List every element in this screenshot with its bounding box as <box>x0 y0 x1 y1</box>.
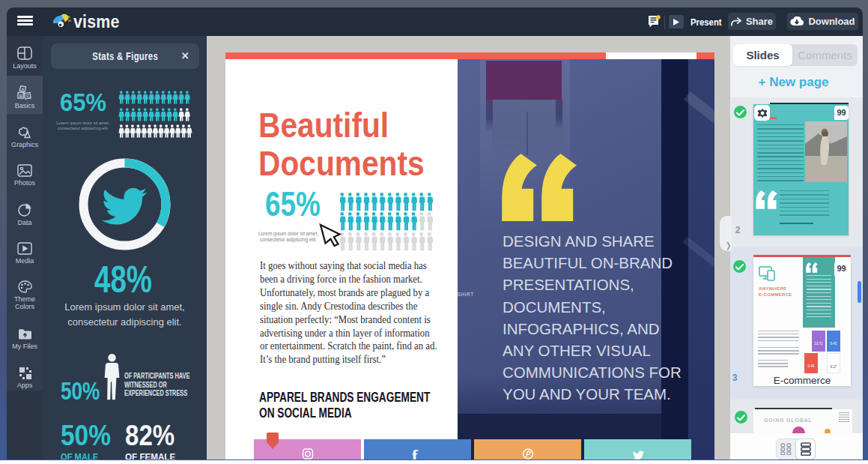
svg-text:A: A <box>21 87 25 92</box>
svg-text:B: B <box>19 94 23 98</box>
svg-text:C: C <box>26 93 31 98</box>
